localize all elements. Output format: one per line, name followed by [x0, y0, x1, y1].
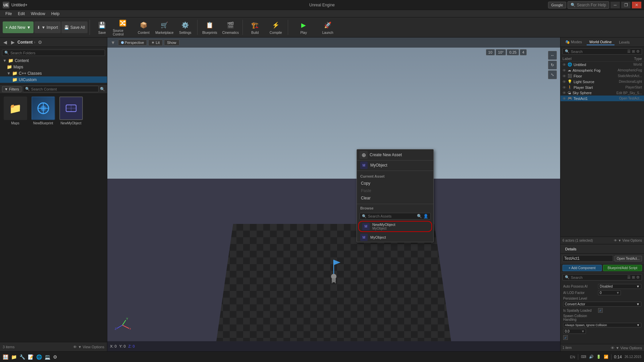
nav-forward-button[interactable]: ▶ — [10, 39, 16, 46]
angle-size[interactable]: 10° — [496, 49, 506, 55]
actor-name-field[interactable]: TestAct1 — [562, 255, 613, 262]
file-manager-icon[interactable]: 📁 — [11, 354, 17, 360]
dp-is-spatially-loaded-checkbox[interactable] — [598, 308, 603, 313]
search-help-box[interactable]: 🔍 Search For Help — [568, 1, 609, 9]
wo-search-input[interactable] — [571, 50, 626, 54]
menu-window[interactable]: Window — [28, 11, 48, 17]
wo-item-untitled[interactable]: 👁 🌐 Untitled World — [560, 62, 644, 67]
ue-taskbar-icon[interactable]: ⚙ — [53, 354, 57, 360]
content-search-input[interactable] — [31, 87, 96, 91]
menu-edit[interactable]: Edit — [15, 11, 28, 17]
levels-tab[interactable]: Levels — [616, 40, 633, 45]
content-search-btn[interactable]: 🔍 — [100, 87, 105, 92]
save-toolbar-button[interactable]: 💾 Save — [92, 18, 112, 37]
wo-item-player[interactable]: 👁 🚶 Player Start PlayerStart — [560, 84, 644, 90]
ide-icon[interactable]: 📝 — [28, 354, 34, 360]
wo-item-testact1[interactable]: 👁 🎮 TestAct1 Open TestAct... — [560, 96, 644, 101]
dp-convert-select[interactable]: Convert Actor ▼ — [563, 302, 641, 307]
scale-size[interactable]: 0.25 — [507, 49, 519, 55]
viewport-collapse-button[interactable]: ▼ — [109, 39, 117, 46]
marketplace-button[interactable]: 🛒 Marketplace — [154, 18, 174, 37]
dp-z-input[interactable] — [564, 329, 580, 334]
ctx-asset-newmyobject[interactable]: M NewMyObject MyObject — [358, 221, 432, 232]
dp-spawn-select[interactable]: Always Spawn, Ignore Collision ▼ — [563, 323, 641, 327]
build-button[interactable]: 🏗️ Build — [245, 18, 265, 37]
save-all-button[interactable]: 💾 Save All — [61, 21, 88, 33]
details-view-options-button[interactable]: 👁 ▼ View Options — [611, 346, 642, 350]
show-button[interactable]: Show — [164, 40, 179, 46]
world-outliner-search[interactable]: 🔍 ☰ ⊞ ⚙ — [562, 48, 642, 55]
tree-item-content[interactable]: ▼ 📁 Content — [0, 57, 107, 64]
dp-num-input-wrapper[interactable]: ▼ — [598, 290, 621, 295]
start-button[interactable]: 🪟 — [3, 354, 8, 360]
cinematics-button[interactable]: 🎬 Cinematics — [220, 18, 240, 37]
content-settings-button[interactable]: ⚙ — [37, 39, 44, 46]
google-dropdown[interactable]: Google — [548, 2, 566, 8]
ctx-paste-item[interactable]: Paste — [357, 187, 433, 194]
browser2-icon[interactable]: 🌐 — [36, 354, 42, 360]
play-button[interactable]: ▶ Play — [290, 18, 317, 37]
tree-item-maps[interactable]: 📁 Maps — [0, 64, 107, 70]
ctx-search-btn[interactable]: 🔍 — [417, 214, 422, 219]
ctx-copy-item[interactable]: Copy — [357, 180, 433, 187]
compile-button[interactable]: ⚡ Compile — [266, 18, 286, 37]
rotate-icon[interactable]: ↻ — [548, 61, 557, 69]
nav-back-button[interactable]: ◀ — [2, 39, 8, 46]
tree-item-uicustom[interactable]: 📁 UICustom — [0, 76, 107, 83]
content-search-box[interactable]: 🔍 — [23, 86, 99, 92]
translate-icon[interactable]: ↔ — [548, 51, 557, 60]
details-search-input[interactable] — [571, 276, 626, 280]
restore-button[interactable]: ❐ — [621, 2, 631, 8]
add-new-button[interactable]: + Add New ▼ — [3, 21, 34, 33]
dp-z-num-wrapper[interactable]: ▼ — [563, 329, 586, 334]
ctx-asset-myobject[interactable]: M MyObject — [357, 233, 433, 242]
lit-button[interactable]: ☀ Lit — [148, 40, 163, 46]
wo-item-light[interactable]: 👁 💡 Light Source DirectionalLight — [560, 79, 644, 84]
content-button[interactable]: 📦 Content — [133, 18, 154, 37]
wo-item-floor[interactable]: 👁 ⬛ Floor StaticMeshAct... — [560, 73, 644, 79]
minimize-button[interactable]: ─ — [610, 2, 620, 8]
folder-search-input[interactable] — [10, 51, 103, 55]
browser-icon[interactable]: 🔧 — [19, 354, 25, 360]
asset-item-maps[interactable]: 📁 Maps — [3, 97, 28, 125]
wo-view-options-button[interactable]: 👁 ▼ View Options — [614, 239, 642, 242]
details-search[interactable]: 🔍 ☰ ⊞ ⚙ — [562, 274, 642, 281]
grid-size[interactable]: 10 — [486, 49, 495, 55]
folder-search-box[interactable]: 🔍 — [2, 50, 105, 56]
settings-button[interactable]: ⚙️ Settings — [175, 18, 195, 37]
viewport-canvas[interactable]: ↔ ↻ ⤡ 10 10° 0.25 4 X Y Z — [107, 38, 560, 351]
details-tab[interactable]: Details — [562, 246, 579, 252]
asset-item-newblueprint[interactable]: NewBlueprint — [31, 97, 56, 125]
tree-item-cpp-classes[interactable]: ▼ 📁 C++ Classes — [0, 70, 107, 76]
asset-item-newmyobject[interactable]: NewMyObject — [58, 97, 84, 125]
view-options-button[interactable]: 👁 ▼ View Options — [73, 345, 104, 349]
world-outline-tab[interactable]: World Outline — [587, 39, 614, 45]
dp-disabled-select[interactable]: Disabled ▼ — [598, 284, 641, 289]
perspective-button[interactable]: Perspective — [118, 40, 147, 46]
blueprint-script-button[interactable]: Blueprint/Add Script — [603, 265, 642, 271]
dp-z-arrow[interactable]: ▼ — [580, 329, 586, 333]
filters-button[interactable]: ▼ Filters — [2, 86, 21, 92]
dp-checkbox2[interactable] — [563, 335, 568, 340]
dp-num-arrow[interactable]: ▼ — [615, 291, 621, 295]
wo-item-atmos[interactable]: 👁 ☁ Atmospheric Fog AtmosphericFog — [560, 67, 644, 73]
ctx-myobject-row[interactable]: M MyObject — [357, 161, 433, 170]
modes-tab[interactable]: 🎭 Modes — [562, 39, 585, 45]
ctx-search-input[interactable] — [368, 214, 416, 218]
scale-icon[interactable]: ⤡ — [548, 70, 557, 79]
open-actor-button[interactable]: Open TestAct... — [614, 256, 642, 261]
menu-help[interactable]: Help — [49, 11, 62, 17]
menu-file[interactable]: File — [3, 11, 14, 17]
close-button[interactable]: ✕ — [632, 2, 641, 8]
source-control-button[interactable]: 🔀 Source Control — [113, 18, 133, 37]
add-component-button[interactable]: + Add Component — [562, 265, 602, 271]
ctx-search-row[interactable]: 🔍 🔍 👤 — [360, 213, 431, 220]
launch-button[interactable]: 🚀 Launch — [318, 18, 338, 37]
viewport[interactable]: ▼ Perspective ☀ Lit Show — [107, 38, 560, 351]
import-button[interactable]: ⬇ ▼ Import — [34, 21, 61, 33]
wo-item-sky[interactable]: 👁 🌤 Sky Sphere Edit BP_Sky_S... — [560, 90, 644, 96]
ctx-clear-item[interactable]: Clear — [357, 194, 433, 202]
blueprints-button[interactable]: 📋 Blueprints — [200, 18, 220, 37]
code-icon[interactable]: 💻 — [45, 354, 50, 360]
dp-num-input[interactable] — [598, 291, 615, 295]
